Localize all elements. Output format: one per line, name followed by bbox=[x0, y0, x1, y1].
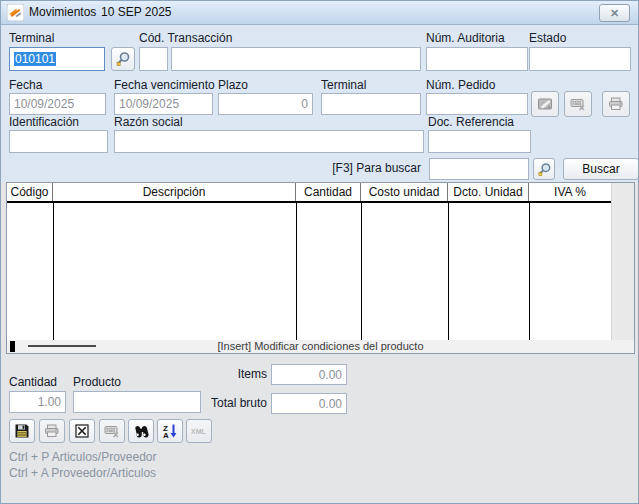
search-input[interactable] bbox=[429, 158, 529, 180]
column-header-costo-unidad[interactable]: Costo unidad bbox=[361, 183, 448, 201]
app-logo-icon bbox=[7, 4, 24, 21]
column-header-descripci-n[interactable]: Descripción bbox=[53, 183, 296, 201]
status-hint-text: [Insert] Modificar condiciones del produ… bbox=[7, 340, 634, 353]
xml-icon: XML bbox=[190, 423, 208, 439]
doc-referencia-input[interactable] bbox=[428, 130, 531, 153]
fecha-vencimiento-input[interactable] bbox=[114, 93, 213, 115]
printer-icon bbox=[608, 96, 624, 112]
sort-za-button[interactable]: ZA bbox=[157, 419, 183, 443]
identificacion-input[interactable] bbox=[9, 130, 108, 153]
items-table[interactable]: CódigoDescripciónCantidadCosto unidadDct… bbox=[6, 182, 635, 354]
print-button[interactable] bbox=[39, 419, 65, 443]
sort-za-icon: ZA bbox=[162, 423, 178, 439]
cantidad-input[interactable] bbox=[9, 391, 66, 413]
razon-social-label: Razón social bbox=[114, 115, 183, 129]
save-floppy-icon bbox=[14, 423, 30, 439]
table-header-row: CódigoDescripciónCantidadCosto unidadDct… bbox=[7, 183, 611, 203]
titlebar[interactable]: Movimientos 10 SEP 2025 ✕ bbox=[1, 1, 638, 25]
num-pedido-input[interactable] bbox=[426, 93, 528, 115]
keyboard-delete-icon bbox=[104, 423, 120, 439]
total-bruto-field[interactable] bbox=[271, 393, 347, 414]
fecha-label: Fecha bbox=[9, 78, 42, 92]
items-field[interactable] bbox=[271, 364, 347, 385]
num-auditoria-label: Núm. Auditoria bbox=[426, 31, 505, 45]
magnifier-icon bbox=[537, 162, 552, 177]
column-header-cantidad[interactable]: Cantidad bbox=[296, 183, 361, 201]
fecha-input[interactable] bbox=[9, 93, 106, 115]
print-doc-button[interactable] bbox=[602, 91, 630, 117]
buscar-button-label: Buscar bbox=[582, 162, 619, 176]
producto-input[interactable] bbox=[73, 391, 201, 413]
column-header-dcto-unidad[interactable]: Dcto. Unidad bbox=[448, 183, 529, 201]
plazo-label: Plazo bbox=[218, 78, 248, 92]
close-icon: ✕ bbox=[610, 7, 619, 19]
printer-icon bbox=[44, 423, 60, 439]
shortcut-hint-proveedor: Ctrl + A Proveedor/Articulos bbox=[9, 466, 156, 480]
plazo-input[interactable] bbox=[218, 93, 313, 115]
cod-transaccion-label: Cód. Transacción bbox=[139, 31, 232, 45]
cod-transaccion-name-input[interactable] bbox=[171, 47, 421, 71]
search-lookup-button[interactable] bbox=[533, 158, 555, 180]
f3-search-label: [F3] Para buscar bbox=[301, 161, 421, 175]
identificacion-label: Identificación bbox=[9, 115, 79, 129]
column-divider bbox=[529, 203, 530, 340]
column-divider bbox=[53, 203, 54, 340]
find-button[interactable] bbox=[128, 419, 154, 443]
save-button[interactable] bbox=[9, 419, 35, 443]
svg-text:A: A bbox=[163, 431, 169, 439]
table-body[interactable] bbox=[7, 203, 611, 340]
column-header-iva-[interactable]: IVA % bbox=[529, 183, 611, 201]
doc-referencia-label: Doc. Referencia bbox=[428, 115, 514, 129]
terminal-input[interactable]: 010101 bbox=[9, 47, 105, 71]
cantidad-label: Cantidad bbox=[9, 375, 57, 389]
vertical-scrollbar[interactable] bbox=[611, 183, 634, 340]
column-divider bbox=[361, 203, 362, 340]
terminal-doc-input[interactable] bbox=[321, 93, 421, 115]
window-title: Movimientos bbox=[29, 5, 96, 19]
view-document-button[interactable] bbox=[531, 91, 559, 117]
terminal-lookup-button[interactable] bbox=[111, 47, 135, 71]
magnifier-icon bbox=[115, 51, 131, 67]
producto-label: Producto bbox=[73, 375, 121, 389]
delete-x-icon bbox=[74, 423, 90, 439]
estado-input[interactable] bbox=[529, 47, 631, 71]
num-auditoria-input[interactable] bbox=[426, 47, 528, 71]
total-bruto-label: Total bruto bbox=[190, 396, 267, 410]
keyboard-delete-button[interactable] bbox=[99, 419, 125, 443]
cod-transaccion-code-input[interactable] bbox=[139, 47, 168, 71]
binoculars-icon bbox=[133, 423, 149, 439]
terminal-selected-text: 010101 bbox=[14, 52, 56, 66]
column-divider bbox=[296, 203, 297, 340]
column-divider bbox=[448, 203, 449, 340]
keyboard-delete-doc-button[interactable] bbox=[564, 91, 592, 117]
close-button[interactable]: ✕ bbox=[599, 4, 630, 22]
window-date: 10 SEP 2025 bbox=[101, 5, 172, 19]
fecha-vencimiento-label: Fecha vencimiento bbox=[114, 78, 215, 92]
terminal-doc-label: Terminal bbox=[321, 78, 366, 92]
estado-label: Estado bbox=[529, 31, 566, 45]
buscar-button[interactable]: Buscar bbox=[563, 158, 639, 180]
shortcut-hint-articulos: Ctrl + P Articulos/Proveedor bbox=[9, 450, 157, 464]
xml-export-button[interactable]: XML bbox=[186, 419, 212, 443]
items-label: Items bbox=[201, 367, 267, 381]
terminal-label: Terminal bbox=[9, 31, 54, 45]
razon-social-input[interactable] bbox=[114, 130, 424, 153]
table-status-bar: [Insert] Modificar condiciones del produ… bbox=[7, 340, 634, 353]
delete-button[interactable] bbox=[69, 419, 95, 443]
svg-text:XML: XML bbox=[191, 428, 207, 435]
movimientos-window: Movimientos 10 SEP 2025 ✕ Terminal Cód. … bbox=[0, 0, 639, 504]
num-pedido-label: Núm. Pedido bbox=[426, 78, 495, 92]
card-image-icon bbox=[537, 96, 553, 112]
keyboard-delete-icon bbox=[570, 96, 586, 112]
column-header-c-digo[interactable]: Código bbox=[7, 183, 53, 201]
